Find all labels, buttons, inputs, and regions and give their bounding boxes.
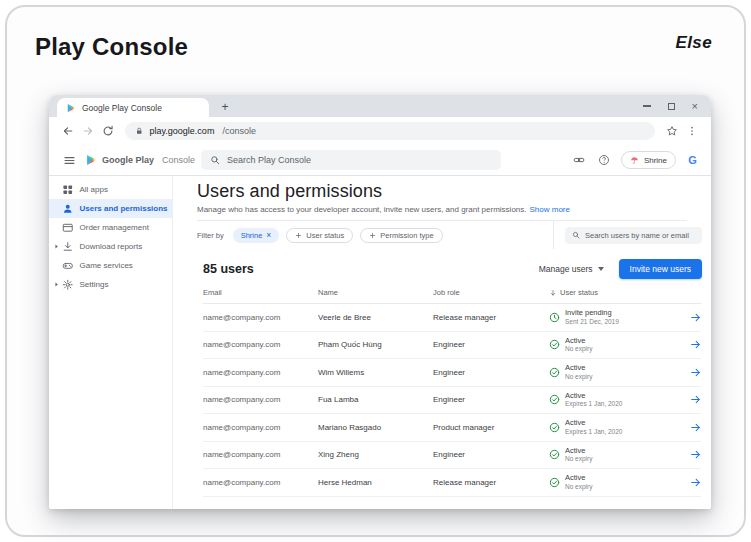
manage-users-button[interactable]: Manage users — [533, 260, 610, 278]
row-open-button[interactable] — [677, 394, 701, 405]
status-detail: No expiry — [565, 345, 592, 353]
filter-chip-permission-type[interactable]: Permission type — [360, 228, 442, 243]
brand-logo: Else — [675, 33, 712, 53]
check-circle-icon — [549, 339, 560, 350]
show-more-link[interactable]: Show more — [530, 205, 570, 214]
table-row[interactable]: name@company.com Wim Willems Engineer Ac… — [203, 359, 701, 387]
manage-users-label: Manage users — [539, 264, 593, 274]
sidebar-item-settings[interactable]: Settings — [49, 275, 172, 294]
new-tab-button[interactable]: + — [217, 99, 233, 115]
arrow-right-icon — [690, 422, 701, 433]
vertical-divider — [553, 221, 554, 249]
sidebar-nav: All apps Users and permissions Order man… — [49, 176, 173, 509]
search-icon — [572, 231, 580, 239]
row-open-button[interactable] — [677, 367, 701, 378]
users-icon — [62, 203, 74, 215]
help-icon — [598, 154, 610, 166]
sidebar-item-game-services[interactable]: Game services — [49, 256, 172, 275]
check-circle-icon — [549, 394, 560, 405]
console-search[interactable] — [201, 150, 501, 170]
column-job-role[interactable]: Job role — [433, 288, 549, 297]
main-header: Users and permissions Manage who has acc… — [173, 176, 711, 221]
tab-strip: Google Play Console + × — [49, 95, 711, 117]
maximize-icon[interactable] — [668, 103, 675, 110]
column-actions — [677, 288, 701, 297]
user-email: name@company.com — [203, 368, 318, 377]
back-icon — [62, 125, 74, 137]
arrow-right-icon — [690, 367, 701, 378]
column-name[interactable]: Name — [318, 288, 433, 297]
actions: Manage users Invite new users — [533, 259, 702, 279]
browser-tab[interactable]: Google Play Console — [57, 98, 209, 117]
row-open-button[interactable] — [677, 477, 701, 488]
help-button[interactable] — [596, 152, 612, 168]
minimize-icon[interactable] — [643, 105, 651, 106]
link-button[interactable] — [571, 152, 587, 168]
table-header: Email Name Job role User status — [203, 288, 701, 304]
page-subtitle: Manage who has access to your developer … — [197, 205, 687, 214]
close-icon[interactable]: × — [692, 101, 698, 112]
table-row[interactable]: name@company.com Pham Quốc Hùng Engineer… — [203, 332, 701, 360]
sidebar-item-label: All apps — [80, 185, 108, 194]
link-icon — [573, 154, 585, 166]
user-name: Pham Quốc Hùng — [318, 340, 433, 349]
page-canvas: Play Console Else Google Play Console + … — [0, 0, 751, 542]
sidebar-item-download-reports[interactable]: Download reports — [49, 237, 172, 256]
window-body: All apps Users and permissions Order man… — [49, 176, 711, 509]
column-email[interactable]: Email — [203, 288, 318, 297]
table-row[interactable]: name@company.com Veerle de Bree Release … — [203, 304, 701, 332]
status-detail: No expiry — [565, 455, 592, 463]
user-email: name@company.com — [203, 395, 318, 404]
remove-chip-icon[interactable]: × — [266, 231, 271, 240]
forward-button[interactable] — [78, 121, 98, 141]
plus-icon — [295, 232, 302, 239]
row-open-button[interactable] — [677, 449, 701, 460]
browser-menu-button[interactable] — [682, 121, 702, 141]
account-chip[interactable]: Shrine — [621, 151, 676, 169]
row-open-button[interactable] — [677, 422, 701, 433]
logo-text-secondary: Console — [162, 155, 195, 165]
bookmark-button[interactable] — [662, 121, 682, 141]
sidebar-item-all-apps[interactable]: All apps — [49, 180, 172, 199]
table-row[interactable]: name@company.com Herse Hedman Release ma… — [203, 469, 701, 497]
back-button[interactable] — [58, 121, 78, 141]
browser-toolbar: play.google.com /console — [49, 117, 711, 145]
table-row[interactable]: name@company.com Mariano Rasgado Product… — [203, 414, 701, 442]
play-console-logo[interactable]: Google Play Console — [85, 154, 191, 166]
status-label: Active — [565, 418, 622, 428]
user-email: name@company.com — [203, 340, 318, 349]
column-user-status[interactable]: User status — [549, 288, 677, 297]
count-row: 85 users Manage users Invite new users — [173, 249, 711, 288]
caret-down-icon — [598, 267, 604, 271]
check-circle-icon — [549, 449, 560, 460]
app-bar: Google Play Console Shrine G — [49, 145, 711, 176]
status-label: Active — [565, 336, 592, 346]
google-avatar[interactable]: G — [685, 153, 700, 168]
sidebar-item-users-and-permissions[interactable]: Users and permissions — [49, 199, 172, 218]
url-bar[interactable]: play.google.com /console — [125, 122, 655, 140]
users-search-input[interactable] — [585, 231, 695, 240]
table-row[interactable]: name@company.com Xing Zheng Engineer Act… — [203, 442, 701, 470]
arrow-right-icon — [690, 339, 701, 350]
row-open-button[interactable] — [677, 312, 701, 323]
presentation-card: Play Console Else Google Play Console + … — [5, 5, 746, 537]
menu-button[interactable] — [60, 151, 78, 169]
table-row[interactable]: name@company.com Fua Lamba Engineer Acti… — [203, 387, 701, 415]
filter-bar: Filter by Shrine × User status Permissio… — [173, 221, 711, 249]
reload-button[interactable] — [98, 121, 118, 141]
filter-search-area — [553, 221, 711, 249]
sidebar-item-order-management[interactable]: Order management — [49, 218, 172, 237]
apps-icon — [62, 184, 74, 196]
filter-chip-shrine[interactable]: Shrine × — [233, 228, 280, 243]
user-job-role: Release manager — [433, 478, 549, 487]
row-open-button[interactable] — [677, 339, 701, 350]
invite-new-users-button[interactable]: Invite new users — [619, 259, 702, 279]
arrow-right-icon — [690, 394, 701, 405]
user-status: Active No expiry — [549, 363, 677, 381]
filter-chip-user-status[interactable]: User status — [286, 228, 353, 243]
user-name: Mariano Rasgado — [318, 423, 433, 432]
user-job-role: Engineer — [433, 395, 549, 404]
console-search-input[interactable] — [227, 155, 492, 165]
main-content: Users and permissions Manage who has acc… — [173, 176, 711, 509]
users-search[interactable] — [565, 227, 702, 244]
